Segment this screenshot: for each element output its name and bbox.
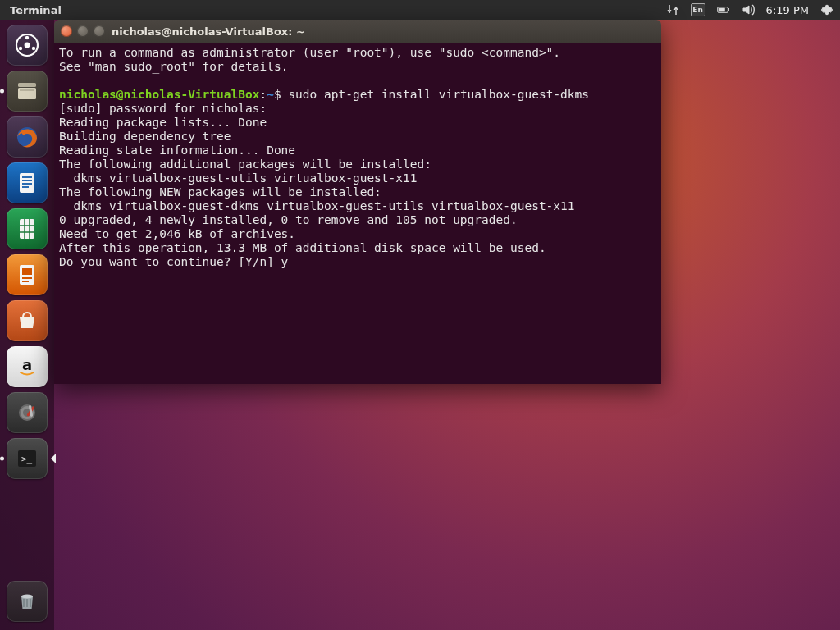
trash-icon[interactable]: [7, 581, 48, 622]
impress-icon[interactable]: [7, 254, 48, 295]
window-titlebar[interactable]: nicholas@nicholas-VirtualBox: ~: [54, 20, 661, 43]
terminal-output[interactable]: To run a command as administrator (user …: [54, 43, 661, 384]
firefox-icon[interactable]: [7, 116, 48, 158]
maximize-icon[interactable]: [94, 25, 105, 37]
svg-rect-19: [22, 268, 32, 275]
gear-icon[interactable]: [820, 3, 833, 16]
active-app-label: Terminal: [7, 4, 62, 16]
svg-rect-14: [22, 180, 32, 181]
system-tray: En 6:19 PM: [666, 3, 833, 16]
svg-point-7: [25, 43, 30, 48]
svg-point-5: [32, 47, 35, 50]
writer-icon[interactable]: [7, 162, 48, 203]
dash-icon[interactable]: [7, 25, 48, 66]
svg-rect-10: [20, 89, 34, 91]
svg-rect-2: [719, 8, 724, 11]
svg-rect-21: [22, 281, 29, 282]
close-icon[interactable]: [61, 25, 72, 37]
calc-icon[interactable]: [7, 208, 48, 249]
svg-rect-16: [22, 186, 29, 188]
settings-icon[interactable]: [7, 392, 48, 433]
svg-point-6: [19, 47, 22, 50]
svg-rect-8: [18, 83, 36, 87]
clock[interactable]: 6:19 PM: [766, 4, 809, 16]
amazon-icon[interactable]: a: [7, 346, 48, 387]
software-icon[interactable]: [7, 300, 48, 341]
svg-text:a: a: [22, 356, 32, 373]
battery-icon[interactable]: [717, 3, 730, 16]
window-title: nicholas@nicholas-VirtualBox: ~: [112, 25, 305, 38]
keyboard-layout-indicator[interactable]: En: [691, 3, 705, 16]
svg-point-4: [25, 36, 29, 39]
svg-rect-17: [20, 219, 34, 239]
minimize-icon[interactable]: [77, 25, 89, 37]
terminal-window: nicholas@nicholas-VirtualBox: ~ To run a…: [54, 20, 661, 384]
files-icon[interactable]: [7, 71, 48, 112]
terminal-icon[interactable]: >_: [7, 438, 48, 479]
top-menubar: Terminal En 6:19 PM: [0, 0, 840, 20]
svg-point-28: [21, 595, 33, 599]
svg-rect-15: [22, 183, 32, 185]
volume-icon[interactable]: [742, 3, 755, 16]
svg-text:>_: >_: [21, 454, 33, 464]
svg-rect-13: [22, 176, 32, 178]
unity-launcher: a >_: [0, 20, 54, 630]
svg-rect-20: [22, 277, 32, 279]
svg-rect-1: [728, 8, 728, 11]
network-icon[interactable]: [666, 3, 679, 16]
